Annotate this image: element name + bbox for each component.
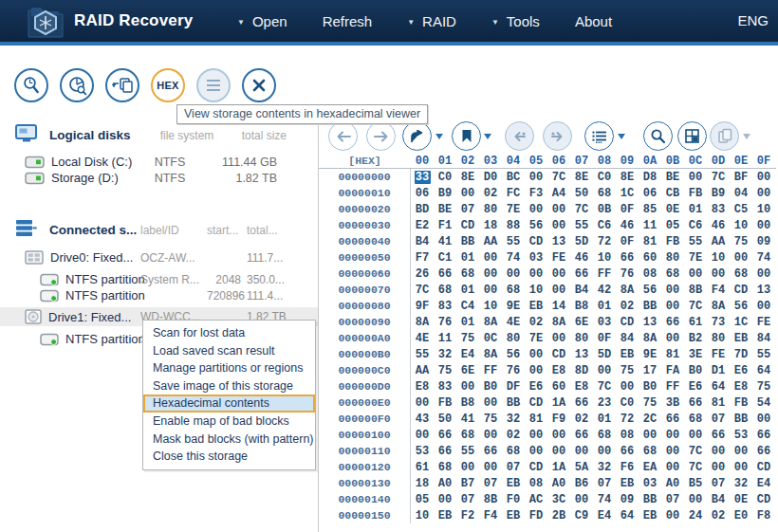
- hex-byte-cell[interactable]: 05: [411, 493, 434, 506]
- hex-byte-cell[interactable]: 80: [502, 332, 525, 345]
- hex-byte-cell[interactable]: 66: [479, 445, 502, 458]
- hex-byte-cell[interactable]: EB: [502, 509, 525, 523]
- goto-offset-button[interactable]: [402, 121, 432, 151]
- hex-byte-cell[interactable]: 6E: [456, 364, 479, 377]
- hex-byte-cell[interactable]: 75: [479, 413, 502, 426]
- hex-byte-cell[interactable]: FB: [684, 187, 707, 200]
- hex-byte-cell[interactable]: 00: [593, 364, 616, 377]
- hex-byte-cell[interactable]: D0: [479, 171, 502, 184]
- hex-byte-cell[interactable]: 00: [639, 429, 661, 442]
- hex-byte-cell[interactable]: E6: [525, 380, 547, 394]
- hex-byte-cell[interactable]: 74: [752, 251, 775, 265]
- hex-byte-cell[interactable]: 0C: [479, 332, 502, 345]
- hex-byte-cell[interactable]: CD: [730, 284, 752, 297]
- hex-byte-cell[interactable]: FA: [661, 364, 684, 377]
- hex-byte-cell[interactable]: 5D: [593, 348, 616, 361]
- hex-byte-cell[interactable]: EA: [639, 461, 661, 474]
- hex-byte-cell[interactable]: 00: [661, 429, 684, 442]
- hex-byte-cell[interactable]: 4E: [502, 316, 525, 329]
- hex-byte-cell[interactable]: 00: [661, 284, 684, 297]
- hex-byte-cell[interactable]: 00: [593, 445, 616, 458]
- hex-byte-cell[interactable]: AA: [479, 235, 502, 248]
- hex-byte-cell[interactable]: E8: [547, 364, 570, 377]
- hex-byte-cell[interactable]: 13: [570, 348, 593, 361]
- menu-item-save-image-of-this-storage[interactable]: Save image of this storage: [143, 377, 315, 395]
- hex-byte-cell[interactable]: 8B: [479, 493, 502, 506]
- hex-byte-cell[interactable]: BE: [434, 203, 456, 216]
- hex-byte-cell[interactable]: 3C: [547, 493, 570, 506]
- hex-byte-cell[interactable]: FF: [479, 364, 502, 377]
- hex-byte-cell[interactable]: 41: [456, 413, 479, 426]
- hex-byte-cell[interactable]: C6: [684, 219, 707, 232]
- hex-byte-cell[interactable]: BE: [661, 171, 684, 184]
- hex-byte-cell[interactable]: 46: [570, 251, 593, 265]
- hex-byte-cell[interactable]: 0F: [616, 203, 639, 216]
- hex-byte-cell[interactable]: E6: [684, 380, 707, 394]
- hex-byte-cell[interactable]: 00: [479, 396, 502, 410]
- hex-byte-cell[interactable]: 56: [730, 300, 752, 313]
- hex-byte-cell[interactable]: AA: [411, 364, 434, 377]
- hex-byte-cell[interactable]: 75: [616, 364, 639, 377]
- hex-byte-cell[interactable]: F4: [707, 284, 730, 297]
- hex-byte-cell[interactable]: 66: [616, 251, 639, 265]
- hex-byte-cell[interactable]: 43: [411, 413, 434, 426]
- hex-byte-cell[interactable]: 81: [661, 348, 684, 361]
- hex-byte-cell[interactable]: 7E: [684, 251, 707, 265]
- hex-byte-cell[interactable]: 83: [434, 300, 456, 313]
- hex-byte-cell[interactable]: 66: [707, 429, 730, 442]
- hex-byte-cell[interactable]: F8: [752, 509, 775, 523]
- hex-byte-cell[interactable]: 68: [502, 284, 525, 297]
- hex-byte-cell[interactable]: 8A: [479, 316, 502, 329]
- hex-byte-cell[interactable]: 04: [730, 187, 752, 200]
- hex-byte-cell[interactable]: 00: [479, 429, 502, 442]
- hex-byte-cell[interactable]: 55: [684, 235, 707, 248]
- hex-byte-cell[interactable]: 00: [411, 396, 434, 410]
- hex-byte-cell[interactable]: BB: [730, 413, 752, 426]
- hex-byte-cell[interactable]: 7C: [684, 445, 707, 458]
- logical-disk-row[interactable]: Storage (D:)NTFS1.82 TB: [0, 170, 318, 186]
- hex-byte-cell[interactable]: 7C: [684, 461, 707, 474]
- hex-byte-cell[interactable]: C9: [570, 509, 593, 523]
- hex-byte-cell[interactable]: 50: [570, 187, 593, 200]
- hex-byte-cell[interactable]: 00: [684, 493, 707, 506]
- hex-byte-cell[interactable]: 33: [411, 171, 434, 184]
- menu-item-manage-partitions-or-regions[interactable]: Manage partitions or regions: [143, 359, 315, 377]
- hex-byte-cell[interactable]: 00: [707, 445, 730, 458]
- hex-byte-cell[interactable]: 53: [730, 429, 752, 442]
- hex-byte-cell[interactable]: 00: [502, 267, 525, 281]
- hex-byte-cell[interactable]: 68: [434, 284, 456, 297]
- hex-byte-cell[interactable]: B6: [570, 477, 593, 490]
- hex-byte-cell[interactable]: 0E: [730, 493, 752, 506]
- hex-byte-cell[interactable]: 00: [479, 251, 502, 265]
- hex-byte-cell[interactable]: 00: [525, 203, 547, 216]
- hex-byte-cell[interactable]: 7C: [684, 300, 707, 313]
- drive-row[interactable]: Drive0: Fixed...OCZ-AW...111.7...: [0, 249, 318, 266]
- hex-byte-cell[interactable]: 00: [752, 171, 775, 184]
- hex-byte-cell[interactable]: B4: [707, 493, 730, 506]
- hex-byte-cell[interactable]: EB: [616, 348, 639, 361]
- hex-byte-cell[interactable]: 8A: [547, 316, 570, 329]
- hex-byte-cell[interactable]: 03: [639, 477, 661, 490]
- hex-byte-cell[interactable]: 61: [411, 461, 434, 474]
- hex-byte-cell[interactable]: 8A: [411, 316, 434, 329]
- hex-byte-cell[interactable]: 07: [456, 203, 479, 216]
- hex-byte-cell[interactable]: 00: [525, 364, 547, 377]
- hex-byte-cell[interactable]: B4: [570, 284, 593, 297]
- hex-byte-cell[interactable]: 56: [502, 348, 525, 361]
- hex-byte-cell[interactable]: FB: [730, 396, 752, 410]
- hex-byte-cell[interactable]: 68: [456, 267, 479, 281]
- hex-byte-cell[interactable]: 2B: [547, 509, 570, 523]
- hex-byte-cell[interactable]: 10: [752, 203, 775, 216]
- hex-byte-cell[interactable]: CD: [752, 493, 775, 506]
- hex-byte-cell[interactable]: B9: [707, 187, 730, 200]
- hex-byte-cell[interactable]: 68: [434, 461, 456, 474]
- hex-byte-cell[interactable]: 4E: [411, 332, 434, 345]
- hex-byte-cell[interactable]: 0F: [593, 332, 616, 345]
- hex-byte-cell[interactable]: B9: [434, 187, 456, 200]
- hex-byte-cell[interactable]: 60: [639, 251, 661, 265]
- hex-byte-cell[interactable]: B2: [684, 332, 707, 345]
- hex-byte-cell[interactable]: 80: [707, 332, 730, 345]
- hex-byte-cell[interactable]: 10: [479, 300, 502, 313]
- hex-byte-cell[interactable]: 02: [479, 187, 502, 200]
- hex-byte-cell[interactable]: B8: [570, 300, 593, 313]
